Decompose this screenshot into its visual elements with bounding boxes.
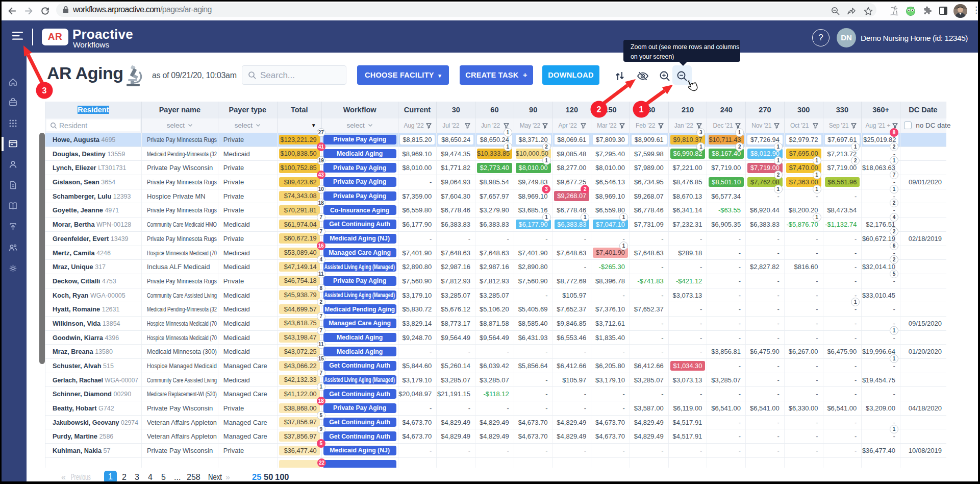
svg-text:3: 3 <box>42 86 47 95</box>
